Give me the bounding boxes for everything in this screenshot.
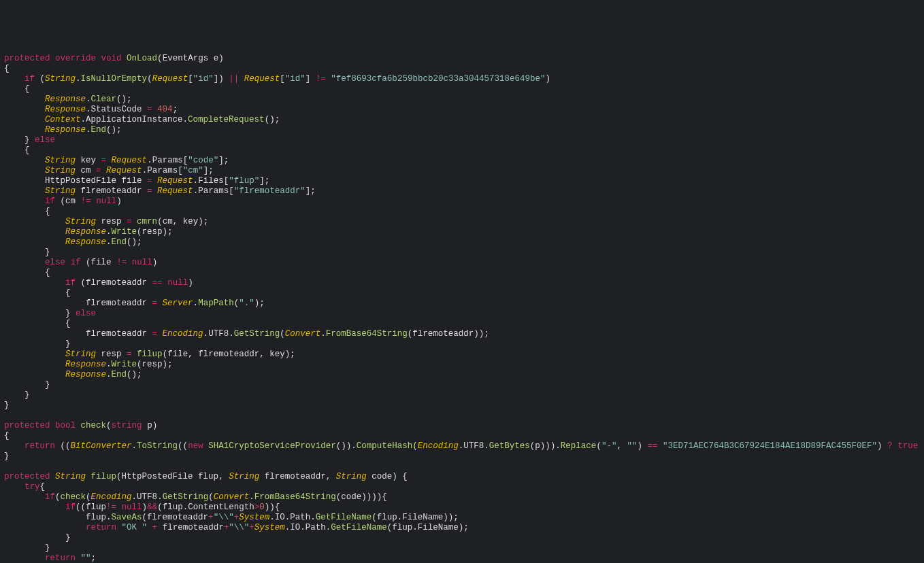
code-block: protected override void OnLoad(EventArgs…	[0, 51, 924, 563]
string-literal: "\\"	[229, 523, 249, 532]
string-literal: "id"	[285, 74, 306, 84]
string-literal: "fef8693cfa6b259bbcb20c33a304457318e649b…	[331, 74, 545, 84]
string-literal: "."	[239, 298, 254, 308]
string-literal: "-"	[601, 441, 617, 451]
number-literal: 0	[259, 502, 265, 512]
string-literal: "flup"	[229, 176, 259, 186]
string-literal: "OK "	[122, 523, 148, 532]
string-literal: "code"	[188, 156, 218, 165]
string-literal: ""	[81, 553, 91, 563]
string-literal: "3ED71AEC764B3C67924E184AE18D89FAC455F0E…	[663, 441, 877, 451]
string-literal: "flremoteaddr"	[234, 186, 306, 196]
string-literal: "id"	[193, 74, 214, 84]
string-literal: ""	[627, 441, 637, 451]
number-literal: 404	[157, 105, 173, 114]
string-literal: "cm"	[183, 166, 203, 175]
string-literal: "\\"	[214, 513, 234, 522]
